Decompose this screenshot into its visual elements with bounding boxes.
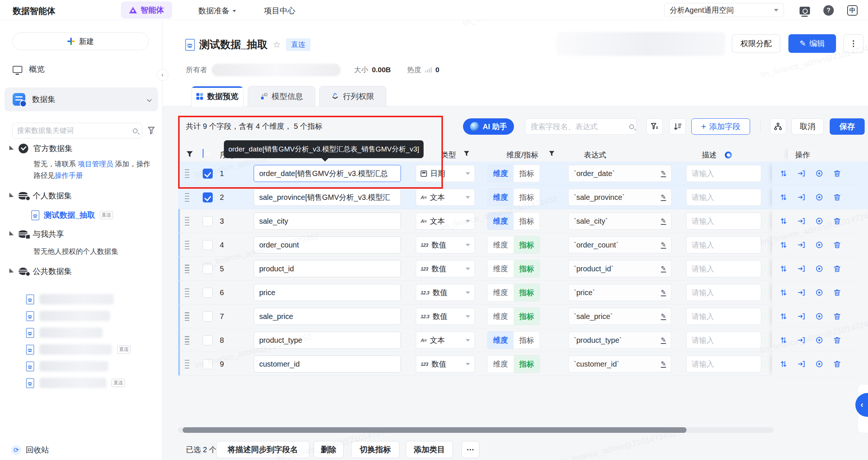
move-row-icon[interactable] (779, 241, 788, 249)
manual-link[interactable]: 操作手册 (55, 172, 83, 179)
edit-expression-icon[interactable]: ✎ (661, 361, 666, 368)
row-checkbox[interactable] (203, 240, 213, 250)
move-row-icon[interactable] (779, 265, 788, 273)
sync-desc-button[interactable]: 将描述同步到字段名 (216, 441, 309, 458)
edit-button[interactable]: ✎编辑 (788, 34, 836, 53)
field-name-input[interactable] (254, 213, 401, 230)
dimension-option[interactable]: 维度 (488, 332, 514, 349)
select-all-checkbox[interactable] (203, 149, 203, 158)
field-type-select[interactable]: 123数值 (416, 236, 475, 253)
preview-field-icon[interactable] (815, 312, 823, 320)
insert-field-icon[interactable] (797, 265, 806, 273)
metric-option[interactable]: 指标 (514, 165, 540, 182)
row-checkbox[interactable] (203, 216, 213, 226)
description-input[interactable] (686, 189, 761, 206)
edit-expression-icon[interactable]: ✎ (661, 289, 666, 296)
sidebar-collapse-button[interactable]: ‹ (157, 69, 168, 81)
drag-handle-icon[interactable] (185, 185, 190, 209)
field-type-select[interactable]: 12.3数值 (416, 284, 475, 301)
insert-field-icon[interactable] (797, 288, 806, 297)
field-type-select[interactable]: 日期 (416, 165, 475, 182)
header-filter-icon[interactable] (186, 150, 194, 158)
section-official-datasets[interactable]: 官方数据集 (7, 143, 73, 154)
move-row-icon[interactable] (779, 288, 788, 297)
preview-field-icon[interactable] (815, 288, 823, 297)
insert-field-icon[interactable] (797, 193, 806, 201)
nav-tab-agent[interactable]: 智能体 (121, 1, 172, 19)
drag-handle-icon[interactable] (185, 257, 190, 281)
section-personal-datasets[interactable]: 个人数据集 (7, 191, 72, 201)
field-name-input[interactable] (254, 284, 401, 301)
row-checkbox[interactable] (203, 264, 213, 274)
dim-metric-filter-icon[interactable] (548, 150, 555, 157)
preview-field-icon[interactable] (815, 169, 823, 178)
sidebar-item-test-dataset[interactable]: 测试数据_抽取 直连 (31, 210, 113, 220)
dimension-option[interactable]: 维度 (488, 213, 514, 230)
move-row-icon[interactable] (779, 336, 788, 344)
description-input[interactable] (686, 213, 761, 230)
description-input[interactable] (686, 236, 761, 253)
expression-box[interactable]: `sale_city`✎ (568, 213, 672, 230)
field-name-input[interactable] (254, 189, 401, 206)
dimension-option[interactable]: 维度 (488, 236, 514, 253)
dimension-option[interactable]: 维度 (488, 189, 514, 206)
move-row-icon[interactable] (779, 312, 788, 320)
edit-expression-icon[interactable]: ✎ (661, 242, 666, 249)
settings-button[interactable] (799, 4, 811, 16)
insert-field-icon[interactable] (797, 336, 806, 344)
description-input[interactable] (686, 355, 761, 373)
field-name-input[interactable] (254, 332, 401, 349)
add-field-button[interactable]: + 添加字段 (691, 118, 750, 135)
metric-option[interactable]: 指标 (514, 213, 540, 230)
description-input[interactable] (686, 165, 761, 182)
section-public-datasets[interactable]: 公共数据集 (7, 266, 72, 277)
edit-expression-icon[interactable]: ✎ (661, 170, 666, 177)
type-filter-icon[interactable] (463, 150, 470, 157)
more-batch-actions-button[interactable]: ⋯ (462, 441, 479, 458)
tab-model-info[interactable]: 模型信息 (248, 86, 315, 106)
save-button[interactable]: 保存 (830, 118, 865, 135)
new-button[interactable]: 新建 (12, 32, 149, 50)
move-row-icon[interactable] (779, 193, 788, 201)
delete-field-icon[interactable] (833, 265, 841, 273)
preview-field-icon[interactable] (815, 265, 823, 273)
preview-field-icon[interactable] (815, 336, 823, 344)
public-dataset-item[interactable]: 直连 (26, 344, 131, 355)
drag-handle-icon[interactable] (185, 304, 190, 328)
field-type-select[interactable]: A≡文本 (416, 189, 475, 206)
help-button[interactable]: ? (823, 4, 835, 16)
row-checkbox[interactable] (203, 169, 213, 179)
sidebar-item-overview[interactable]: 概览 (4, 60, 158, 79)
public-dataset-item[interactable] (26, 361, 108, 371)
delete-field-icon[interactable] (833, 288, 841, 297)
dimension-option[interactable]: 维度 (488, 165, 514, 182)
field-name-input[interactable] (254, 165, 401, 182)
field-name-input[interactable] (254, 236, 401, 253)
language-button[interactable]: 中 (846, 4, 858, 16)
move-row-icon[interactable] (779, 360, 788, 368)
delete-field-icon[interactable] (833, 312, 841, 320)
sidebar-item-recycle-bin[interactable]: ⟳ 回收站 (11, 445, 49, 455)
drag-handle-icon[interactable] (185, 281, 190, 304)
expression-box[interactable]: `price`✎ (568, 284, 672, 301)
edit-expression-icon[interactable]: ✎ (661, 194, 666, 201)
edit-expression-icon[interactable]: ✎ (661, 313, 666, 320)
more-actions-button[interactable]: ⋮ (843, 34, 864, 53)
delete-field-icon[interactable] (833, 217, 841, 225)
public-dataset-item[interactable] (26, 311, 110, 321)
add-category-button[interactable]: 添加类目 (406, 441, 453, 458)
field-type-select[interactable]: A≡文本 (416, 213, 475, 230)
delete-field-icon[interactable] (833, 360, 841, 368)
edit-expression-icon[interactable]: ✎ (661, 218, 666, 225)
move-row-icon[interactable] (779, 169, 788, 178)
sort-fields-button[interactable] (669, 118, 686, 135)
insert-field-icon[interactable] (797, 241, 806, 249)
row-checkbox[interactable] (203, 288, 213, 298)
drag-handle-icon[interactable] (185, 352, 190, 376)
metric-option[interactable]: 指标 (514, 260, 540, 277)
dimension-option[interactable]: 维度 (488, 355, 514, 373)
lineage-button[interactable] (770, 118, 786, 135)
metric-option[interactable]: 指标 (514, 284, 540, 301)
metric-option[interactable]: 指标 (514, 355, 540, 373)
field-type-select[interactable]: 123数值 (416, 355, 475, 373)
